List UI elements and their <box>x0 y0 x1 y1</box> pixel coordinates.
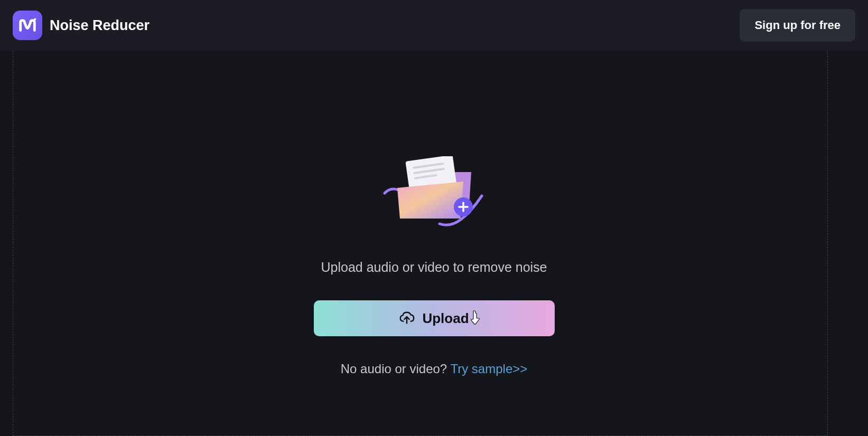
upload-button[interactable]: Upload <box>314 300 555 336</box>
folder-add-icon <box>381 156 487 230</box>
brand: Noise Reducer <box>13 11 150 40</box>
svg-point-0 <box>34 18 36 21</box>
cloud-upload-icon <box>399 310 415 326</box>
pointer-cursor-icon <box>469 310 481 325</box>
app-logo-icon[interactable] <box>13 11 42 40</box>
upload-dropzone[interactable] <box>13 51 828 436</box>
app-title: Noise Reducer <box>50 17 150 34</box>
app-header: Noise Reducer Sign up for free <box>0 0 868 51</box>
upload-button-label: Upload <box>422 310 469 327</box>
signup-button[interactable]: Sign up for free <box>740 9 855 42</box>
main-area: Upload audio or video to remove noise Up… <box>0 51 868 436</box>
